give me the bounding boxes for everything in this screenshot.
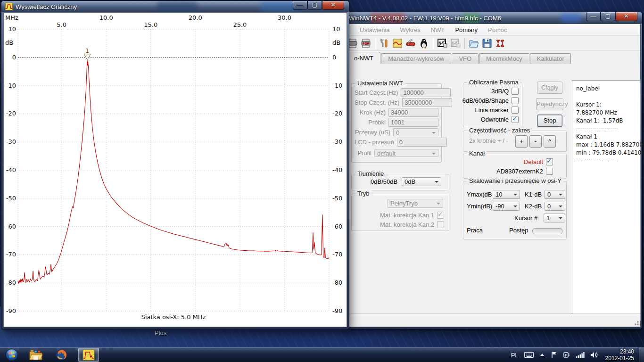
winnwt4-client: Ustawienia Wykres NWT Pomiary Pomoc PDF [345, 24, 641, 327]
toolbar: PDF K1 K2 [345, 36, 640, 51]
freq-range-plus-button[interactable]: + [515, 135, 528, 148]
taskbar-firefox-icon[interactable] [52, 348, 71, 362]
group-tlumienie: Tłumienie 0dB/50dB 0dB [351, 174, 449, 190]
open-file-icon[interactable] [467, 37, 480, 49]
freq-range-minus-button[interactable]: - [529, 135, 542, 148]
mat-korekcja-kan2-checkbox [437, 221, 444, 228]
maximize-button[interactable]: ▢ [601, 12, 615, 21]
x-tick-label: 5.0 [57, 21, 66, 28]
plot-client[interactable]: MHz5.010.015.020.025.030.0dBdB101000-10-… [3, 12, 347, 327]
lcd-shift-field: 0 [397, 138, 447, 147]
close-button[interactable]: ✕ [322, 1, 344, 10]
y-tick-label-left: -50 [6, 195, 16, 202]
close-button[interactable]: ✕ [615, 12, 637, 21]
k2-db-combo[interactable]: 0 [545, 202, 565, 211]
ymin-combo[interactable]: -90 [493, 202, 520, 211]
tab-manadzer-wykresow[interactable]: Manadżer-wykresów [381, 53, 451, 64]
group-skalowanie: Skalowanie i przesunięcie w osi-Y Ymax(d… [463, 181, 567, 239]
menu-ustawienia: Ustawienia [355, 26, 395, 33]
minimize-button[interactable]: — [293, 1, 307, 10]
disconnect-icon[interactable] [494, 37, 507, 49]
taskbar-explorer-icon[interactable] [26, 348, 45, 362]
maximize-button[interactable]: ▢ [307, 1, 322, 10]
chevron-down-icon [513, 194, 517, 196]
group-czestotliwosc-zakres: Częstotliwość - zakres 2x krotnie + / - … [463, 131, 567, 152]
profile-combo: default [374, 149, 438, 157]
y-tick-label-left: -40 [6, 166, 16, 173]
x-tick-label: 30.0 [278, 14, 291, 21]
group-kanal: Kanał Default AD8307externK2 [463, 154, 567, 179]
winnwt4-titlebar[interactable]: WinNWT4 - V.4.08.02 - FW:1.19:V09 - hfm9… [343, 12, 642, 24]
step-field: 34900 [388, 108, 438, 117]
show-desktop-button[interactable] [639, 348, 644, 362]
save-file-icon[interactable] [480, 37, 494, 49]
chevron-down-icon [513, 206, 517, 207]
language-indicator[interactable]: PL [511, 352, 519, 359]
tab-nwt[interactable]: o-NWT [347, 52, 380, 64]
start-button[interactable] [4, 348, 20, 362]
y-tick-label-right: 0 [332, 54, 336, 61]
cursor-marker[interactable] [84, 54, 91, 60]
power-plug-icon[interactable] [563, 351, 570, 359]
volume-icon[interactable] [590, 351, 599, 359]
plot-titlebar[interactable]: Wyświetlacz Graficzny — ▢ ✕ [1, 1, 349, 12]
hidden-icons-chevron[interactable] [539, 353, 545, 357]
chevron-down-icon [432, 132, 436, 134]
grid-footer-label: Siatka osi-X: 5.0 MHz [141, 313, 206, 321]
plot-window: Wyświetlacz Graficzny — ▢ ✕ MHz5.010.015… [1, 1, 349, 329]
toolbar-separator [375, 38, 375, 49]
minimize-button[interactable]: — [586, 12, 601, 21]
k1-db-combo[interactable]: 0 [545, 190, 565, 199]
keyboard-icon[interactable] [524, 352, 534, 358]
ciagly-button: Ciągły [537, 82, 562, 94]
tools-icon[interactable] [378, 37, 391, 49]
y-tick-label-right: -90 [332, 307, 342, 314]
action-center-flag-icon[interactable] [551, 351, 557, 359]
progress-bar [532, 228, 562, 234]
start-freq-field: 100000 [401, 88, 451, 97]
taskbar-clock[interactable]: 23:40 2012-01-25 [605, 348, 634, 362]
y-tick-label-right: -80 [332, 279, 342, 286]
menu-wykres: Wykres [395, 26, 426, 33]
stop-button[interactable]: Stop [537, 115, 562, 127]
chevron-down-icon [435, 181, 438, 183]
attenuation-combo[interactable]: 0dB [402, 177, 441, 186]
resize-grip[interactable] [633, 320, 639, 325]
y-axis-unit-left: dB [5, 39, 13, 46]
freq-range-up-button[interactable]: ^ [544, 135, 556, 148]
x-tick-label: 20.0 [189, 14, 202, 21]
y-tick-label-left: 10 [8, 25, 16, 33]
tab-kalkulator[interactable]: Kalkulator [530, 53, 571, 64]
chevron-down-icon [437, 203, 440, 205]
linia-marker-checkbox[interactable] [512, 107, 519, 114]
blurred-desktop-icon [561, 13, 581, 23]
chevron-down-icon [432, 153, 436, 155]
group-obliczanie-pasma: Obliczanie Pasma 3dB/Q 6dB/60dB/Shape Li… [463, 82, 522, 127]
tab-miermikmocy[interactable]: MiermikMocy [479, 53, 529, 64]
sweep-chart[interactable]: MHz5.010.015.020.025.030.0dBdB101000-10-… [4, 13, 347, 327]
taskbar-winnwt-button[interactable] [78, 348, 99, 362]
pdf-print-icon[interactable]: PDF [359, 37, 372, 49]
clock-time: 23:40 [605, 348, 634, 355]
k2-channel-icon[interactable]: K2 [449, 37, 462, 49]
ad8307-extern-k2-checkbox[interactable] [546, 168, 553, 175]
y-tick-label-left: -70 [6, 251, 16, 258]
swiss-knife-icon[interactable] [404, 37, 417, 49]
3db-q-checkbox[interactable] [512, 88, 519, 95]
x-tick-label: 25.0 [233, 21, 247, 28]
menu-pomiary[interactable]: Pomiary [450, 26, 483, 33]
penguin-icon[interactable] [417, 37, 430, 49]
ymax-combo[interactable]: 10 [493, 190, 520, 199]
6db-60db-shape-checkbox[interactable] [512, 97, 519, 104]
mat-korekcja-kan1-checkbox [437, 212, 444, 219]
x-tick-label: 10.0 [99, 14, 113, 21]
svg-text:K1: K1 [438, 41, 444, 45]
odwrotnie-checkbox[interactable] [512, 116, 519, 123]
network-signal-icon[interactable] [576, 352, 585, 358]
k1-channel-icon[interactable]: K1 [436, 37, 449, 49]
plot-window-icon [5, 3, 13, 10]
tab-vfo[interactable]: VFO [452, 53, 479, 64]
default-channel-checkbox[interactable] [546, 158, 553, 165]
sweep-chart-icon[interactable] [391, 37, 404, 49]
kursor-combo[interactable]: 1 [544, 214, 565, 222]
